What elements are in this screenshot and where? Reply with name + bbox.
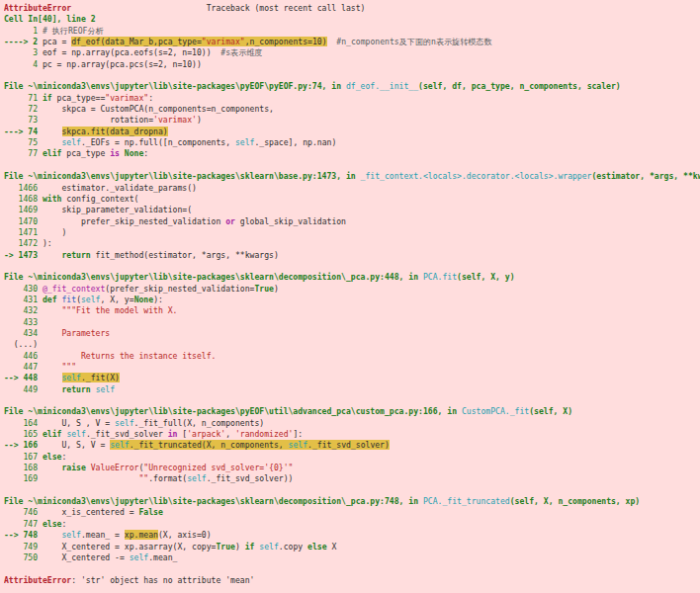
- code-segment: File ~\miniconda3\envs\jupyter\lib\site-…: [4, 496, 423, 506]
- code-segment: if: [43, 93, 52, 103]
- code-segment: File ~\miniconda3\envs\jupyter\lib\site-…: [4, 81, 346, 91]
- traceback-line: File ~\miniconda3\envs\jupyter\lib\site-…: [4, 272, 700, 283]
- code-segment: 434: [4, 328, 38, 338]
- code-segment: -> 1473: [4, 250, 38, 260]
- code-segment: x_is_centered =: [38, 507, 138, 517]
- traceback-line: File ~\miniconda3\envs\jupyter\lib\site-…: [4, 171, 700, 182]
- traceback-line: 3 eof = np.array(pca.eofs(s=2, n=10)) #s…: [4, 47, 700, 58]
- code-segment: ValueError: [91, 463, 139, 472]
- code-segment: self: [235, 137, 255, 147]
- code-segment: [38, 463, 61, 472]
- code-segment: [38, 373, 61, 382]
- traceback-line: 749 X_centered = xp.asarray(X, copy=True…: [4, 542, 700, 552]
- code-segment: (self, X, n_components, xp): [510, 496, 641, 506]
- code-segment: (prefer_skip_nested_validation=: [105, 284, 254, 294]
- traceback-line: AttributeError Traceback (most recent ca…: [4, 3, 700, 14]
- highlighted-code-segment: xp.mean: [125, 530, 158, 540]
- highlighted-code-segment: ._fit_svd_solver): [307, 440, 390, 450]
- traceback-line: 75 self._EOFs = np.full([n_components, s…: [4, 137, 700, 148]
- code-segment: --> 166: [4, 440, 38, 450]
- code-segment: rotation=: [38, 115, 153, 125]
- code-segment: Cell In[40], line 2: [4, 14, 96, 24]
- traceback-line: File ~\miniconda3\envs\jupyter\lib\site-…: [4, 406, 700, 417]
- code-segment: ]:: [293, 429, 303, 439]
- code-segment: self: [62, 530, 82, 540]
- traceback-line: 434 Parameters: [4, 328, 700, 339]
- code-segment: --> 748: [4, 530, 38, 540]
- code-segment: df_eof.__init__: [346, 81, 418, 91]
- code-segment: :: [148, 93, 153, 103]
- highlighted-code-segment: skpca.fit(data_dropna): [62, 127, 168, 136]
- traceback-line: 73 rotation='varimax'): [4, 115, 700, 126]
- code-segment: pca_type: [62, 148, 111, 158]
- code-segment: .format(: [148, 473, 187, 483]
- traceback-line: 1466 estimator._validate_params(): [4, 183, 700, 194]
- traceback-line: 449 return self: [4, 384, 700, 395]
- code-segment: [38, 473, 138, 483]
- code-segment: 433: [4, 317, 38, 327]
- code-segment: File ~\miniconda3\envs\jupyter\lib\site-…: [4, 272, 423, 282]
- code-segment: is: [110, 148, 120, 158]
- code-segment: if: [245, 542, 255, 551]
- code-segment: self: [96, 384, 116, 394]
- traceback-line: [4, 485, 700, 496]
- code-segment: CustomPCA._fit: [462, 406, 529, 416]
- traceback-text: AttributeError Traceback (most recent ca…: [0, 0, 700, 586]
- traceback-line: 1471 ): [4, 227, 700, 238]
- code-segment: # 执行REOF分析: [43, 26, 104, 36]
- code-segment: "": [138, 473, 148, 483]
- traceback-line: [4, 160, 700, 171]
- code-segment: [: [177, 429, 187, 439]
- highlighted-code-segment: ,n_components=10): [245, 37, 327, 46]
- code-segment: 1472: [4, 238, 38, 248]
- code-segment: (...): [4, 339, 38, 349]
- code-segment: 164: [4, 418, 38, 428]
- traceback-line: [4, 261, 700, 272]
- traceback-line: 164 U, S , V = self._fit_full(X, n_compo…: [4, 418, 700, 429]
- traceback-line: 431 def fit(self, X, y=None):: [4, 295, 700, 305]
- traceback-line: 430 @_fit_context(prefer_skip_nested_val…: [4, 284, 700, 295]
- code-segment: [38, 351, 81, 361]
- code-segment: or: [225, 216, 235, 226]
- traceback-line: ---> 74 skpca.fit(data_dropna): [4, 127, 700, 137]
- traceback-line: 4 pc = np.array(pca.pcs(s=2, n=10)): [4, 59, 700, 70]
- code-segment: (self, X): [529, 406, 572, 416]
- traceback-line: 1468 with config_context(: [4, 194, 700, 205]
- code-segment: self: [115, 418, 134, 428]
- traceback-line: Cell In[40], line 2: [4, 14, 700, 25]
- code-segment: ): [235, 542, 245, 551]
- code-segment: elif: [43, 429, 62, 439]
- traceback-line: 72 skpca = CustomPCA(n_components=n_comp…: [4, 104, 700, 115]
- traceback-line: (...): [4, 339, 700, 350]
- highlighted-code-segment: self: [289, 440, 308, 450]
- code-segment: 446: [4, 351, 38, 361]
- code-segment: 746: [4, 507, 38, 517]
- code-segment: global_skip_validation: [235, 216, 346, 226]
- code-segment: File ~\miniconda3\envs\jupyter\lib\site-…: [4, 406, 462, 416]
- traceback-line: [4, 70, 700, 81]
- code-segment: 432: [4, 305, 38, 315]
- code-segment: X: [327, 542, 337, 551]
- code-segment: --> 448: [4, 373, 38, 382]
- code-segment: prefer_skip_nested_validation: [38, 216, 225, 226]
- code-segment: pca =: [38, 37, 71, 46]
- code-segment: False: [138, 507, 162, 517]
- traceback-line: 168 raise ValueError("Unrecognized svd_s…: [4, 463, 700, 473]
- code-segment: .mean_: [148, 552, 177, 562]
- highlighted-code-segment: "varimax": [202, 37, 245, 46]
- traceback-line: 746 x_is_centered = False: [4, 507, 700, 518]
- code-segment: 1468: [4, 194, 38, 204]
- code-segment: 167: [4, 452, 38, 462]
- code-segment: [38, 530, 61, 540]
- traceback-line: File ~\miniconda3\envs\jupyter\lib\site-…: [4, 496, 700, 507]
- code-segment: else: [43, 519, 62, 529]
- code-segment: (self, X, y): [457, 272, 514, 282]
- code-segment: AttributeError: [4, 575, 71, 585]
- traceback-line: 447 """: [4, 362, 700, 373]
- traceback-line: -> 1473 return fit_method(estimator, *ar…: [4, 250, 700, 261]
- highlighted-code-segment: ._fit(X): [81, 373, 120, 382]
- code-segment: 449: [4, 384, 38, 394]
- code-segment: Parameters: [62, 328, 111, 338]
- code-segment: """: [62, 362, 77, 372]
- code-segment: in: [168, 429, 178, 439]
